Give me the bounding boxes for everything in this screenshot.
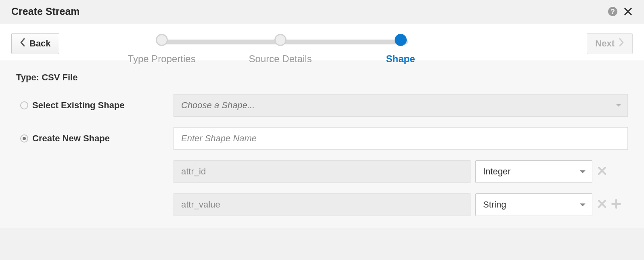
attribute-type-select[interactable]: Integer — [475, 160, 592, 183]
delete-icon[interactable] — [597, 199, 607, 210]
delete-icon[interactable] — [597, 166, 607, 177]
step-dot-icon — [395, 34, 407, 46]
content-area: Type: CSV File Select Existing Shape Cho… — [0, 60, 644, 228]
back-button[interactable]: Back — [11, 33, 59, 54]
step-dot-icon — [274, 34, 286, 46]
type-value: CSV File — [42, 72, 77, 82]
attribute-name-field[interactable]: attr_value — [174, 193, 470, 216]
step-shape[interactable]: Shape — [386, 34, 415, 65]
create-new-label: Create New Shape — [32, 133, 174, 144]
step-label: Shape — [386, 53, 415, 65]
dialog-header: Create Stream ? — [0, 0, 644, 24]
step-label: Type Properties — [128, 53, 196, 65]
attribute-type-value: String — [483, 199, 506, 210]
step-source-details[interactable]: Source Details — [249, 34, 312, 65]
existing-shape-select[interactable]: Choose a Shape... — [174, 94, 628, 117]
step-label: Source Details — [249, 53, 312, 65]
existing-shape-placeholder: Choose a Shape... — [181, 100, 255, 111]
svg-text:?: ? — [611, 8, 615, 16]
chevron-down-icon — [616, 104, 621, 107]
chevron-right-icon — [619, 38, 624, 49]
attribute-row-actions — [597, 199, 628, 211]
attribute-list: attr_id Integer attr_value String — [174, 160, 628, 216]
close-icon[interactable] — [623, 7, 633, 16]
attribute-type-select[interactable]: String — [475, 193, 592, 216]
back-button-label: Back — [29, 38, 51, 49]
step-dot-icon — [156, 34, 168, 46]
chevron-down-icon — [580, 170, 585, 173]
next-button-label: Next — [595, 38, 615, 49]
wizard-bar: Back Type Properties Source Details Shap… — [0, 24, 644, 60]
attribute-row-actions — [597, 166, 628, 177]
attribute-row: attr_value String — [174, 193, 628, 216]
attribute-name-value: attr_value — [181, 199, 220, 210]
shape-name-input-wrapper — [174, 127, 628, 150]
shape-form: Select Existing Shape Choose a Shape... … — [16, 94, 628, 216]
attribute-name-value: attr_id — [181, 166, 206, 177]
dialog-title: Create Stream — [11, 6, 80, 17]
attribute-row: attr_id Integer — [174, 160, 628, 183]
radio-create-new[interactable] — [20, 134, 28, 143]
select-existing-label: Select Existing Shape — [32, 100, 174, 111]
shape-name-input[interactable] — [181, 128, 620, 149]
attribute-name-field[interactable]: attr_id — [174, 160, 470, 183]
chevron-left-icon — [20, 38, 25, 49]
add-icon[interactable] — [611, 199, 621, 211]
type-display: Type: CSV File — [16, 72, 628, 83]
stepper: Type Properties Source Details Shape — [59, 33, 587, 34]
help-icon[interactable]: ? — [608, 6, 618, 17]
attribute-type-value: Integer — [483, 166, 511, 177]
radio-select-existing[interactable] — [20, 101, 28, 109]
next-button[interactable]: Next — [587, 33, 633, 54]
header-actions: ? — [608, 6, 633, 17]
chevron-down-icon — [580, 203, 585, 206]
step-type-properties[interactable]: Type Properties — [128, 34, 196, 65]
type-label: Type: — [16, 72, 39, 82]
